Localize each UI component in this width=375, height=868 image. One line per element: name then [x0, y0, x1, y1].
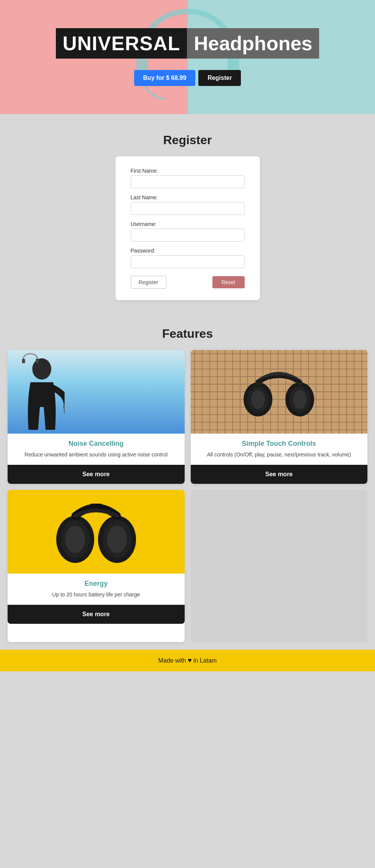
feature-name-energy: Energy — [14, 580, 179, 588]
feature-card-touch: Simple Touch Controls All controls (On/O… — [191, 350, 368, 484]
register-title: Register — [163, 133, 212, 147]
svg-point-18 — [65, 526, 85, 553]
footer: Made with ♥ in Latam — [0, 650, 375, 671]
svg-rect-3 — [64, 403, 65, 414]
feature-image-touch — [191, 350, 368, 434]
password-label: Password: — [131, 248, 245, 254]
feature-body-energy: Energy Up to 20 hours battery life per c… — [8, 574, 185, 605]
feature-body-touch: Simple Touch Controls All controls (On/O… — [191, 434, 368, 465]
features-section: Features — [0, 319, 375, 650]
feature-card-empty — [191, 490, 368, 642]
svg-rect-4 — [22, 359, 25, 363]
hero-content: UNIVERSAL Headphones Buy for $ 68.99 Reg… — [56, 28, 320, 86]
reset-button[interactable]: Reset — [212, 276, 245, 288]
footer-heart-icon: ♥ — [188, 657, 192, 664]
feature-body-noise: Noise Cancelling Reduce unwanted ambient… — [8, 434, 185, 465]
footer-text-after: in Latam — [193, 657, 217, 664]
buy-button[interactable]: Buy for $ 68.99 — [134, 70, 196, 86]
last-name-group: Last Name: — [131, 194, 245, 215]
svg-rect-5 — [36, 359, 39, 363]
hero-buttons: Buy for $ 68.99 Register — [56, 70, 320, 86]
feature-card-energy: Energy Up to 20 hours battery life per c… — [8, 490, 185, 642]
first-name-group: First Name: — [131, 168, 245, 188]
username-input[interactable] — [131, 229, 245, 242]
last-name-label: Last Name: — [131, 194, 245, 200]
register-submit-button[interactable]: Register — [131, 276, 166, 289]
register-form-card: First Name: Last Name: Username: Passwor… — [116, 156, 260, 300]
footer-text-before: Made with — [158, 657, 186, 664]
feature-image-noise — [8, 350, 185, 434]
title-headphones: Headphones — [187, 28, 319, 59]
feature-card-noise-cancelling: Noise Cancelling Reduce unwanted ambient… — [8, 350, 185, 484]
feature-desc-noise: Reduce unwanted ambient sounds using act… — [14, 451, 179, 465]
password-group: Password: — [131, 248, 245, 268]
svg-point-21 — [107, 526, 127, 553]
svg-rect-22 — [90, 504, 102, 508]
form-actions: Register Reset — [131, 276, 245, 289]
register-section: Register First Name: Last Name: Username… — [0, 114, 375, 319]
feature-desc-touch: All controls (On/Off, play, pause, next/… — [197, 451, 362, 465]
hero-title: UNIVERSAL Headphones — [56, 28, 320, 59]
feature-image-energy — [8, 490, 185, 574]
title-universal: UNIVERSAL — [56, 28, 187, 59]
username-group: Username: — [131, 221, 245, 242]
feature-desc-energy: Up to 20 hours battery life per charge — [14, 591, 179, 605]
password-input[interactable] — [131, 255, 245, 268]
hero-section: UNIVERSAL Headphones Buy for $ 68.99 Reg… — [0, 0, 375, 114]
last-name-input[interactable] — [131, 202, 245, 215]
feature-name-noise: Noise Cancelling — [14, 440, 179, 448]
see-more-button-noise[interactable]: See more — [8, 465, 185, 484]
svg-point-15 — [293, 390, 307, 409]
see-more-button-touch[interactable]: See more — [191, 465, 368, 484]
username-label: Username: — [131, 221, 245, 227]
features-title: Features — [8, 327, 367, 341]
hero-register-button[interactable]: Register — [198, 70, 241, 86]
features-grid: Noise Cancelling Reduce unwanted ambient… — [8, 350, 367, 642]
svg-point-12 — [251, 390, 265, 409]
feature-name-touch: Simple Touch Controls — [197, 440, 362, 448]
first-name-label: First Name: — [131, 168, 245, 174]
first-name-input[interactable] — [131, 175, 245, 188]
see-more-button-energy[interactable]: See more — [8, 605, 185, 624]
